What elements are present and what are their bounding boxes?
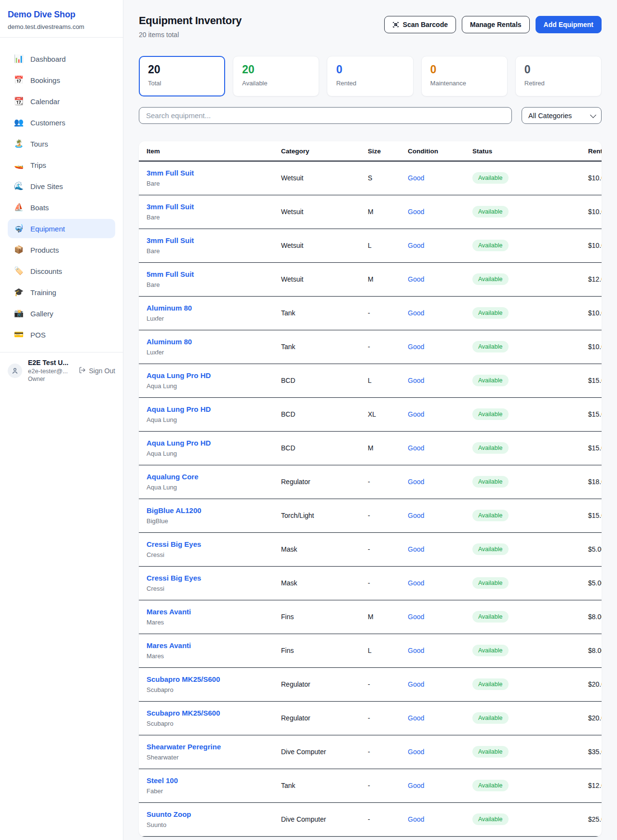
item-size: - [368, 566, 408, 600]
condition-link[interactable]: Good [408, 309, 424, 317]
item-name-link[interactable]: Aqualung Core [147, 473, 199, 481]
stat-card[interactable]: 0 Rented [327, 56, 413, 96]
sidebar-item[interactable]: 💳 POS [8, 325, 115, 344]
item-name-link[interactable]: BigBlue AL1200 [147, 506, 201, 515]
condition-link[interactable]: Good [408, 242, 424, 249]
sidebar-item[interactable]: 📅 Bookings [8, 70, 115, 90]
item-condition-cell: Good [408, 431, 472, 465]
sidebar-item[interactable]: 🎓 Training [8, 283, 115, 302]
item-name-link[interactable]: Aluminum 80 [147, 338, 192, 346]
sidebar-item[interactable]: 📆 Calendar [8, 92, 115, 111]
condition-link[interactable]: Good [408, 545, 424, 553]
condition-link[interactable]: Good [408, 815, 424, 823]
item-name-link[interactable]: Aqua Lung Pro HD [147, 439, 211, 447]
sidebar-item[interactable]: 🤿 Equipment [8, 219, 115, 238]
table-row: BigBlue AL1200 BigBlue Torch/Light - Goo… [139, 499, 602, 532]
item-name-link[interactable]: Cressi Big Eyes [147, 574, 201, 582]
condition-link[interactable]: Good [408, 377, 424, 384]
item-rental-rate: $10.00/day [588, 229, 602, 262]
condition-link[interactable]: Good [408, 647, 424, 654]
item-name-link[interactable]: Mares Avanti [147, 608, 191, 616]
stat-card[interactable]: 20 Available [233, 56, 319, 96]
status-badge: Available [472, 240, 509, 251]
item-rental-rate: $20.00/day [588, 701, 602, 735]
condition-link[interactable]: Good [408, 275, 424, 283]
sidebar-item[interactable]: 🏝️ Tours [8, 134, 115, 153]
item-name-link[interactable]: Mares Avanti [147, 641, 191, 650]
item-name-link[interactable]: Aqua Lung Pro HD [147, 405, 211, 413]
condition-link[interactable]: Good [408, 748, 424, 756]
item-name-link[interactable]: Shearwater Peregrine [147, 743, 221, 751]
sidebar-item[interactable]: 📦 Products [8, 240, 115, 259]
sidebar-item[interactable]: 👥 Customers [8, 113, 115, 132]
scan-barcode-button[interactable]: Scan Barcode [384, 16, 456, 33]
status-badge: Available [472, 442, 509, 454]
sidebar-item[interactable]: 🏷️ Discounts [8, 261, 115, 281]
condition-link[interactable]: Good [408, 343, 424, 351]
condition-link[interactable]: Good [408, 680, 424, 688]
sidebar-item-icon: 🌊 [14, 182, 24, 190]
user-section: E2E Test U... e2e-tester@... Owner Sign … [0, 352, 123, 389]
item-category: Tank [281, 769, 368, 802]
status-badge: Available [472, 172, 509, 184]
item-rental-rate: $15.00/day [588, 431, 602, 465]
search-input[interactable] [139, 107, 512, 124]
item-name-link[interactable]: Suunto Zoop [147, 810, 191, 818]
sidebar-item[interactable]: 🌊 Dive Sites [8, 176, 115, 196]
condition-link[interactable]: Good [408, 478, 424, 486]
item-category: Wetsuit [281, 161, 368, 195]
item-size: - [368, 532, 408, 566]
sidebar-item[interactable]: 🚤 Trips [8, 155, 115, 175]
stat-card[interactable]: 20 Total [139, 56, 225, 96]
condition-link[interactable]: Good [408, 208, 424, 216]
filter-row: All Categories [139, 107, 602, 124]
barcode-icon [392, 21, 399, 28]
item-name-link[interactable]: 3mm Full Suit [147, 169, 194, 177]
item-name-link[interactable]: Cressi Big Eyes [147, 540, 201, 548]
item-cell: Aluminum 80 Luxfer [139, 330, 281, 364]
stat-label: Rented [336, 80, 404, 87]
sidebar-item[interactable]: 📊 Dashboard [8, 49, 115, 68]
sidebar-item-icon: 📦 [14, 246, 24, 254]
sidebar-item-label: Products [30, 246, 59, 254]
item-name-link[interactable]: 3mm Full Suit [147, 203, 194, 211]
sidebar-item[interactable]: ⛵ Boats [8, 198, 115, 217]
condition-link[interactable]: Good [408, 714, 424, 722]
user-role: Owner [28, 376, 68, 382]
condition-link[interactable]: Good [408, 444, 424, 452]
manage-rentals-button[interactable]: Manage Rentals [462, 16, 530, 33]
table-row: Aluminum 80 Luxfer Tank - Good Available… [139, 330, 602, 364]
item-cell: Cressi Big Eyes Cressi [139, 566, 281, 600]
item-category: Tank [281, 296, 368, 330]
category-select[interactable]: All Categories [522, 107, 602, 124]
sign-out-button[interactable]: Sign Out [79, 366, 115, 375]
condition-link[interactable]: Good [408, 512, 424, 519]
condition-link[interactable]: Good [408, 410, 424, 418]
condition-link[interactable]: Good [408, 174, 424, 182]
condition-link[interactable]: Good [408, 782, 424, 789]
item-name-link[interactable]: Aqua Lung Pro HD [147, 371, 211, 379]
brand-title[interactable]: Demo Dive Shop [8, 10, 115, 20]
item-name-link[interactable]: Scubapro MK25/S600 [147, 709, 220, 717]
item-category: BCD [281, 364, 368, 397]
condition-link[interactable]: Good [408, 613, 424, 621]
item-brand: Suunto [147, 821, 281, 828]
item-name-link[interactable]: Steel 100 [147, 776, 178, 785]
item-brand: Faber [147, 787, 281, 795]
condition-link[interactable]: Good [408, 579, 424, 587]
item-condition-cell: Good [408, 465, 472, 499]
add-equipment-button[interactable]: Add Equipment [536, 16, 602, 33]
sidebar-item[interactable]: 📸 Gallery [8, 304, 115, 323]
user-email: e2e-tester@... [28, 367, 68, 375]
item-condition-cell: Good [408, 296, 472, 330]
item-name-link[interactable]: Scubapro MK25/S600 [147, 675, 220, 683]
stat-card[interactable]: 0 Retired [515, 56, 602, 96]
item-name-link[interactable]: 3mm Full Suit [147, 236, 194, 244]
stat-card[interactable]: 0 Maintenance [421, 56, 508, 96]
item-name-link[interactable]: 5mm Full Suit [147, 270, 194, 278]
item-cell: Aqua Lung Pro HD Aqua Lung [139, 397, 281, 431]
item-status-cell: Available [472, 600, 588, 634]
item-name-link[interactable]: Aluminum 80 [147, 304, 192, 312]
table-row: Aluminum 80 Luxfer Tank - Good Available… [139, 296, 602, 330]
item-rental-rate: $15.00/day [588, 397, 602, 431]
